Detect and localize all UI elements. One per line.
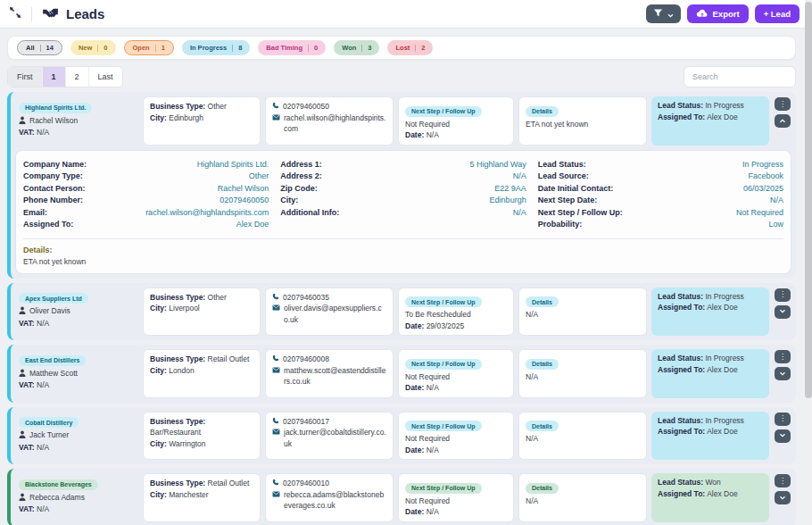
tab-count: 14 xyxy=(46,44,54,52)
city-value: Edinburgh xyxy=(169,113,203,122)
contact-name: Jack Turner xyxy=(29,429,69,441)
expand-row-button[interactable] xyxy=(775,491,791,504)
contact-name: Oliver Davis xyxy=(29,305,70,317)
vat-value: N/A xyxy=(37,128,49,137)
email-icon xyxy=(272,112,280,124)
kebab-menu-button[interactable]: ⋮ xyxy=(775,288,791,302)
company-cell: East End Distillers Matthew Scott VAT: N… xyxy=(15,349,138,398)
assigned-to-value: Alex Doe xyxy=(707,427,738,436)
address1-value: 5 Highland Way xyxy=(469,159,526,171)
kebab-icon: ⋮ xyxy=(779,354,786,361)
tab-label: Won xyxy=(342,44,356,52)
next-step-cell: Next Step / Follow Up Not Required Date:… xyxy=(398,96,514,146)
lead-card: Highland Spirits Ltd. Rachel Wilson VAT:… xyxy=(7,92,796,279)
vat-value: N/A xyxy=(37,380,49,389)
phone-value: 02079460017 xyxy=(283,416,329,428)
export-label: Export xyxy=(713,9,740,19)
contact-name: Rebecca Adams xyxy=(29,492,85,504)
chevron-down-icon xyxy=(779,495,786,502)
city-value: Warrington xyxy=(169,439,205,448)
date-initial-contact-value: 06/03/2025 xyxy=(743,183,783,196)
pagination-first[interactable]: First xyxy=(8,67,43,87)
city-label: City: xyxy=(150,366,167,375)
tab-new[interactable]: New0 xyxy=(70,40,116,55)
details-cell: Details N/A xyxy=(518,288,647,337)
kebab-menu-button[interactable]: ⋮ xyxy=(775,97,791,111)
details-value: N/A xyxy=(526,496,640,507)
company-cell: Apex Suppliers Ltd Oliver Davis VAT: N/A xyxy=(15,288,138,337)
cloud-upload-icon xyxy=(696,9,708,20)
expand-row-button[interactable] xyxy=(775,367,791,380)
tab-lost[interactable]: Lost2 xyxy=(387,40,433,55)
notes-text: ETA not yet known xyxy=(23,256,783,267)
kebab-icon: ⋮ xyxy=(779,478,786,485)
email-value[interactable]: rebecca.adams@blackstonebeverages.co.uk xyxy=(284,489,386,512)
details-badge: Details xyxy=(526,359,559,370)
tab-open[interactable]: Open1 xyxy=(124,40,174,55)
chevron-down-icon xyxy=(779,371,786,378)
tab-in-progress[interactable]: In Progress8 xyxy=(182,40,250,55)
detail-column-1: Company Name:Highland Spirits Ltd. Compa… xyxy=(23,159,269,231)
lead-card: Apex Suppliers Ltd Oliver Davis VAT: N/A… xyxy=(7,283,796,341)
address1-label: Address 1: xyxy=(280,159,322,171)
kebab-menu-button[interactable]: ⋮ xyxy=(775,474,791,488)
filter-dropdown-button[interactable] xyxy=(646,4,681,23)
lead-card: Cobalt Distillery Jack Turner VAT: N/A B… xyxy=(7,407,796,465)
vat-label: VAT: xyxy=(19,504,35,513)
tab-count: 1 xyxy=(162,44,165,52)
lead-status-value: In Progress xyxy=(705,101,743,110)
notes-label: Details: xyxy=(23,245,783,256)
detail-notes: Details: ETA not yet known xyxy=(23,238,783,267)
expand-row-button[interactable] xyxy=(775,429,791,443)
contact-cell: 02079460050 rachel.wilson@highlandspirit… xyxy=(265,96,394,146)
email-value[interactable]: oliver.davis@apexsuppliers.co.uk xyxy=(284,303,386,325)
contact-cell: 02079460008 matthew.scott@eastenddistill… xyxy=(265,349,394,398)
company-badge[interactable]: Highland Spirits Ltd. xyxy=(19,103,92,113)
company-badge[interactable]: Blackstone Beverages xyxy=(19,479,98,490)
contact-name: Rachel Wilson xyxy=(29,115,78,127)
next-step-value: To Be Rescheduled xyxy=(405,309,507,321)
lead-source-value: Facebook xyxy=(748,171,783,183)
collapse-row-button[interactable] xyxy=(775,114,791,128)
company-badge[interactable]: Cobalt Distillery xyxy=(19,417,79,428)
details-badge: Details xyxy=(526,483,559,494)
date-initial-contact-label: Date Initial Contact: xyxy=(538,183,614,196)
email-value[interactable]: matthew.scott@eastenddistillers.co.uk xyxy=(284,365,386,388)
date-label: Date: xyxy=(405,446,424,454)
email-detail-value[interactable]: rachel.wilson@highlandspirits.com xyxy=(145,207,269,220)
company-badge[interactable]: East End Distillers xyxy=(19,355,86,366)
kebab-menu-button[interactable]: ⋮ xyxy=(775,412,791,426)
pagination-page-2[interactable]: 2 xyxy=(66,67,89,87)
phone-value: 02079460010 xyxy=(283,478,329,489)
business-type-value: Other xyxy=(208,293,227,302)
email-value[interactable]: jack.turner@cobaltdistillery.co.uk xyxy=(284,427,386,449)
next-step-badge: Next Step / Follow Up xyxy=(405,106,482,117)
search-input[interactable] xyxy=(684,66,796,88)
lead-status-label: Lead Status: xyxy=(658,354,703,362)
next-step-badge: Next Step / Follow Up xyxy=(405,296,482,307)
phone-number-value: 02079460050 xyxy=(220,195,269,207)
lead-source-label: Lead Source: xyxy=(538,171,589,183)
person-icon xyxy=(19,368,26,380)
add-lead-button[interactable]: + Lead xyxy=(755,4,800,23)
next-step-cell: Next Step / Follow Up To Be Rescheduled … xyxy=(398,288,514,337)
assigned-to-detail-value: Alex Doe xyxy=(236,219,269,231)
scrollbar-thumb[interactable] xyxy=(805,2,812,398)
collapse-icon[interactable] xyxy=(9,6,21,22)
expand-row-button[interactable] xyxy=(775,305,791,319)
assigned-to-value: Alex Doe xyxy=(707,112,738,121)
tab-all[interactable]: All14 xyxy=(17,40,62,55)
export-button[interactable]: Export xyxy=(687,4,749,23)
pagination: First 1 2 Last xyxy=(7,66,123,88)
tab-bad-timing[interactable]: Bad Timing0 xyxy=(258,40,326,55)
kebab-menu-button[interactable]: ⋮ xyxy=(775,350,791,363)
phone-icon xyxy=(272,354,279,365)
email-value[interactable]: rachel.wilson@highlandspirits.com xyxy=(284,112,386,135)
tab-won[interactable]: Won3 xyxy=(334,40,379,55)
date-value: 29/03/2025 xyxy=(427,321,465,330)
scrollbar-track[interactable] xyxy=(805,0,812,525)
details-badge: Details xyxy=(526,106,559,117)
pagination-page-1[interactable]: 1 xyxy=(43,67,66,87)
company-badge[interactable]: Apex Suppliers Ltd xyxy=(19,293,88,304)
pagination-last[interactable]: Last xyxy=(89,67,122,87)
